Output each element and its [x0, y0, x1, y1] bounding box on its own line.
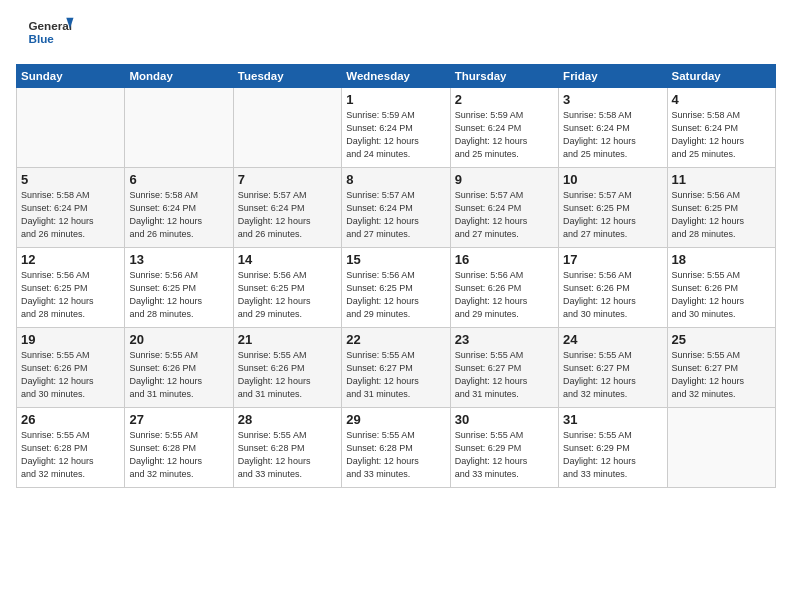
calendar-cell: 13Sunrise: 5:56 AM Sunset: 6:25 PM Dayli… [125, 248, 233, 328]
calendar-cell: 8Sunrise: 5:57 AM Sunset: 6:24 PM Daylig… [342, 168, 450, 248]
day-number: 7 [238, 172, 337, 187]
day-info: Sunrise: 5:55 AM Sunset: 6:26 PM Dayligh… [238, 349, 337, 401]
day-number: 21 [238, 332, 337, 347]
day-number: 5 [21, 172, 120, 187]
calendar-cell: 23Sunrise: 5:55 AM Sunset: 6:27 PM Dayli… [450, 328, 558, 408]
day-info: Sunrise: 5:57 AM Sunset: 6:24 PM Dayligh… [238, 189, 337, 241]
calendar-cell: 5Sunrise: 5:58 AM Sunset: 6:24 PM Daylig… [17, 168, 125, 248]
col-header-thursday: Thursday [450, 65, 558, 88]
day-info: Sunrise: 5:56 AM Sunset: 6:25 PM Dayligh… [129, 269, 228, 321]
day-number: 16 [455, 252, 554, 267]
calendar-cell: 29Sunrise: 5:55 AM Sunset: 6:28 PM Dayli… [342, 408, 450, 488]
day-info: Sunrise: 5:55 AM Sunset: 6:28 PM Dayligh… [346, 429, 445, 481]
col-header-wednesday: Wednesday [342, 65, 450, 88]
day-info: Sunrise: 5:57 AM Sunset: 6:24 PM Dayligh… [346, 189, 445, 241]
calendar-cell: 6Sunrise: 5:58 AM Sunset: 6:24 PM Daylig… [125, 168, 233, 248]
calendar-cell: 27Sunrise: 5:55 AM Sunset: 6:28 PM Dayli… [125, 408, 233, 488]
day-number: 8 [346, 172, 445, 187]
calendar-cell: 16Sunrise: 5:56 AM Sunset: 6:26 PM Dayli… [450, 248, 558, 328]
day-info: Sunrise: 5:56 AM Sunset: 6:26 PM Dayligh… [563, 269, 662, 321]
calendar-cell: 12Sunrise: 5:56 AM Sunset: 6:25 PM Dayli… [17, 248, 125, 328]
calendar-cell: 21Sunrise: 5:55 AM Sunset: 6:26 PM Dayli… [233, 328, 341, 408]
day-info: Sunrise: 5:56 AM Sunset: 6:25 PM Dayligh… [238, 269, 337, 321]
calendar-cell: 22Sunrise: 5:55 AM Sunset: 6:27 PM Dayli… [342, 328, 450, 408]
day-number: 30 [455, 412, 554, 427]
day-info: Sunrise: 5:58 AM Sunset: 6:24 PM Dayligh… [129, 189, 228, 241]
calendar-week-row: 26Sunrise: 5:55 AM Sunset: 6:28 PM Dayli… [17, 408, 776, 488]
day-number: 10 [563, 172, 662, 187]
day-number: 9 [455, 172, 554, 187]
day-info: Sunrise: 5:59 AM Sunset: 6:24 PM Dayligh… [455, 109, 554, 161]
calendar-week-row: 5Sunrise: 5:58 AM Sunset: 6:24 PM Daylig… [17, 168, 776, 248]
calendar-cell: 7Sunrise: 5:57 AM Sunset: 6:24 PM Daylig… [233, 168, 341, 248]
calendar-cell: 19Sunrise: 5:55 AM Sunset: 6:26 PM Dayli… [17, 328, 125, 408]
calendar-cell: 17Sunrise: 5:56 AM Sunset: 6:26 PM Dayli… [559, 248, 667, 328]
svg-text:General: General [29, 19, 73, 32]
day-info: Sunrise: 5:55 AM Sunset: 6:26 PM Dayligh… [21, 349, 120, 401]
calendar-cell: 4Sunrise: 5:58 AM Sunset: 6:24 PM Daylig… [667, 88, 775, 168]
day-info: Sunrise: 5:56 AM Sunset: 6:26 PM Dayligh… [455, 269, 554, 321]
svg-text:Blue: Blue [29, 32, 55, 45]
day-number: 2 [455, 92, 554, 107]
calendar-week-row: 12Sunrise: 5:56 AM Sunset: 6:25 PM Dayli… [17, 248, 776, 328]
page-header: GeneralBlue [16, 16, 776, 52]
col-header-saturday: Saturday [667, 65, 775, 88]
day-number: 26 [21, 412, 120, 427]
day-number: 1 [346, 92, 445, 107]
day-info: Sunrise: 5:56 AM Sunset: 6:25 PM Dayligh… [346, 269, 445, 321]
day-number: 15 [346, 252, 445, 267]
day-info: Sunrise: 5:57 AM Sunset: 6:25 PM Dayligh… [563, 189, 662, 241]
calendar-cell [233, 88, 341, 168]
day-info: Sunrise: 5:55 AM Sunset: 6:29 PM Dayligh… [455, 429, 554, 481]
day-info: Sunrise: 5:58 AM Sunset: 6:24 PM Dayligh… [672, 109, 771, 161]
day-number: 13 [129, 252, 228, 267]
day-number: 23 [455, 332, 554, 347]
calendar-cell: 2Sunrise: 5:59 AM Sunset: 6:24 PM Daylig… [450, 88, 558, 168]
calendar-cell: 1Sunrise: 5:59 AM Sunset: 6:24 PM Daylig… [342, 88, 450, 168]
logo: GeneralBlue [16, 16, 86, 52]
day-number: 6 [129, 172, 228, 187]
col-header-friday: Friday [559, 65, 667, 88]
logo-icon: GeneralBlue [16, 16, 86, 52]
col-header-sunday: Sunday [17, 65, 125, 88]
day-number: 24 [563, 332, 662, 347]
day-number: 18 [672, 252, 771, 267]
day-number: 31 [563, 412, 662, 427]
day-number: 4 [672, 92, 771, 107]
day-number: 11 [672, 172, 771, 187]
day-number: 22 [346, 332, 445, 347]
day-info: Sunrise: 5:58 AM Sunset: 6:24 PM Dayligh… [563, 109, 662, 161]
calendar-week-row: 19Sunrise: 5:55 AM Sunset: 6:26 PM Dayli… [17, 328, 776, 408]
calendar-cell: 11Sunrise: 5:56 AM Sunset: 6:25 PM Dayli… [667, 168, 775, 248]
day-number: 19 [21, 332, 120, 347]
day-number: 12 [21, 252, 120, 267]
day-info: Sunrise: 5:55 AM Sunset: 6:27 PM Dayligh… [563, 349, 662, 401]
day-number: 20 [129, 332, 228, 347]
day-info: Sunrise: 5:55 AM Sunset: 6:28 PM Dayligh… [129, 429, 228, 481]
day-info: Sunrise: 5:55 AM Sunset: 6:28 PM Dayligh… [21, 429, 120, 481]
col-header-monday: Monday [125, 65, 233, 88]
day-info: Sunrise: 5:55 AM Sunset: 6:27 PM Dayligh… [455, 349, 554, 401]
calendar-table: SundayMondayTuesdayWednesdayThursdayFrid… [16, 64, 776, 488]
day-number: 17 [563, 252, 662, 267]
calendar-cell: 15Sunrise: 5:56 AM Sunset: 6:25 PM Dayli… [342, 248, 450, 328]
day-info: Sunrise: 5:56 AM Sunset: 6:25 PM Dayligh… [21, 269, 120, 321]
day-info: Sunrise: 5:56 AM Sunset: 6:25 PM Dayligh… [672, 189, 771, 241]
calendar-cell: 25Sunrise: 5:55 AM Sunset: 6:27 PM Dayli… [667, 328, 775, 408]
day-number: 27 [129, 412, 228, 427]
calendar-cell: 26Sunrise: 5:55 AM Sunset: 6:28 PM Dayli… [17, 408, 125, 488]
day-info: Sunrise: 5:58 AM Sunset: 6:24 PM Dayligh… [21, 189, 120, 241]
calendar-cell [667, 408, 775, 488]
calendar-cell: 3Sunrise: 5:58 AM Sunset: 6:24 PM Daylig… [559, 88, 667, 168]
day-info: Sunrise: 5:55 AM Sunset: 6:27 PM Dayligh… [672, 349, 771, 401]
day-info: Sunrise: 5:55 AM Sunset: 6:26 PM Dayligh… [129, 349, 228, 401]
day-info: Sunrise: 5:59 AM Sunset: 6:24 PM Dayligh… [346, 109, 445, 161]
day-number: 25 [672, 332, 771, 347]
day-number: 3 [563, 92, 662, 107]
day-info: Sunrise: 5:55 AM Sunset: 6:26 PM Dayligh… [672, 269, 771, 321]
day-number: 28 [238, 412, 337, 427]
day-info: Sunrise: 5:55 AM Sunset: 6:27 PM Dayligh… [346, 349, 445, 401]
calendar-cell: 18Sunrise: 5:55 AM Sunset: 6:26 PM Dayli… [667, 248, 775, 328]
day-info: Sunrise: 5:57 AM Sunset: 6:24 PM Dayligh… [455, 189, 554, 241]
calendar-header-row: SundayMondayTuesdayWednesdayThursdayFrid… [17, 65, 776, 88]
